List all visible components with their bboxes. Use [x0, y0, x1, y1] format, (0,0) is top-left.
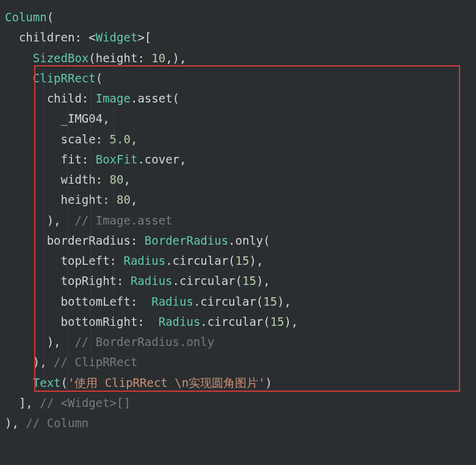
comment-borderradius: // BorderRadius.only: [74, 335, 214, 348]
param-height: height: [96, 51, 138, 65]
code-line: child: Image.asset(: [5, 88, 471, 109]
param-fit: fit: [61, 153, 82, 166]
type-radius3: Radius: [151, 295, 193, 308]
type-widget: Widget: [96, 31, 138, 44]
num-15d: 15: [270, 315, 284, 328]
type-image: Image: [96, 92, 131, 105]
type-sizedbox: SizedBox: [33, 51, 89, 65]
code-editor[interactable]: Column( children: <Widget>[ SizedBox(hei…: [5, 7, 471, 433]
code-line: bottomRight: Radius.circular(15),: [5, 312, 471, 332]
code-line: _IMG04,: [5, 109, 471, 129]
comment-cliprrect: // ClipRRect: [54, 355, 137, 369]
type-radius4: Radius: [159, 315, 201, 328]
code-line: ), // ClipRRect: [5, 352, 471, 372]
num-15c: 15: [263, 295, 277, 308]
param-child: child: [47, 92, 82, 105]
code-line: Column(: [5, 7, 471, 27]
code-line: SizedBox(height: 10,),: [5, 48, 471, 68]
param-topleft: topLeft: [61, 254, 110, 267]
method-circular3: circular: [200, 295, 256, 308]
code-line: height: 80,: [5, 190, 471, 210]
type-cliprrect: ClipRRect: [33, 71, 96, 85]
num-80w: 80: [110, 173, 124, 186]
code-line: topLeft: Radius.circular(15),: [5, 251, 471, 271]
code-line: scale: 5.0,: [5, 129, 471, 150]
type-text: Text: [33, 376, 61, 389]
code-line: width: 80,: [5, 170, 471, 190]
num-5: 5.0: [110, 132, 131, 146]
code-line: ), // BorderRadius.only: [5, 332, 471, 352]
method-circular4: circular: [207, 315, 264, 328]
method-circular1: circular: [173, 254, 229, 267]
type-radius2: Radius: [131, 274, 173, 287]
type-radius1: Radius: [123, 254, 165, 267]
code-line: topRight: Radius.circular(15),: [5, 271, 471, 291]
num-80h: 80: [117, 193, 131, 206]
num-15a: 15: [236, 254, 250, 267]
param-children: children: [19, 31, 75, 44]
code-line: borderRadius: BorderRadius.only(: [5, 231, 471, 251]
method-circular2: circular: [179, 274, 236, 287]
code-line: ], // <Widget>[]: [5, 393, 471, 413]
code-line: children: <Widget>[: [5, 27, 471, 48]
num-10: 10: [151, 51, 165, 65]
comment-column: // Column: [26, 416, 88, 430]
code-line: fit: BoxFit.cover,: [5, 150, 471, 170]
type-borderradius: BorderRadius: [145, 234, 228, 247]
comment-widget: // <Widget>[]: [40, 396, 131, 409]
code-line: ), // Image.asset: [5, 211, 471, 231]
param-bottomleft: bottomLeft: [61, 295, 131, 308]
param-bottomright: bottomRight: [61, 315, 138, 328]
param-borderradius: borderRadius: [47, 234, 131, 247]
method-only: only: [236, 234, 264, 247]
method-cover: cover: [145, 153, 179, 166]
code-line: ), // Column: [5, 413, 471, 433]
type-column: Column: [5, 10, 47, 24]
type-boxfit: BoxFit: [96, 153, 138, 166]
code-line: bottomLeft: Radius.circular(15),: [5, 292, 471, 312]
comment-image-asset: // Image.asset: [74, 214, 172, 227]
code-line: ClipRRect(: [5, 68, 471, 88]
code-line: Text('使用 ClipRRect \n实现圆角图片'): [5, 373, 471, 393]
string-text: '使用 ClipRRect \n实现圆角图片': [68, 376, 265, 389]
param-topright: topRight: [61, 274, 117, 287]
method-asset: asset: [137, 92, 172, 105]
num-15b: 15: [242, 274, 256, 287]
